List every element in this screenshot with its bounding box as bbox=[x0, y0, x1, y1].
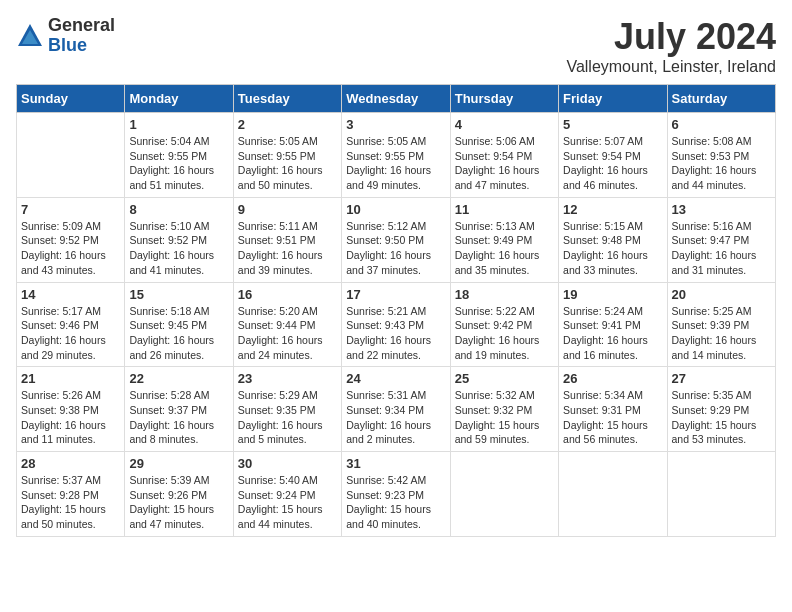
day-info: Sunrise: 5:21 AM Sunset: 9:43 PM Dayligh… bbox=[346, 304, 445, 363]
day-number: 20 bbox=[672, 287, 771, 302]
day-number: 18 bbox=[455, 287, 554, 302]
header: General Blue July 2024 Valleymount, Lein… bbox=[16, 16, 776, 76]
day-info: Sunrise: 5:09 AM Sunset: 9:52 PM Dayligh… bbox=[21, 219, 120, 278]
week-row-1: 7Sunrise: 5:09 AM Sunset: 9:52 PM Daylig… bbox=[17, 197, 776, 282]
calendar-cell: 29Sunrise: 5:39 AM Sunset: 9:26 PM Dayli… bbox=[125, 452, 233, 537]
day-number: 14 bbox=[21, 287, 120, 302]
calendar-cell: 26Sunrise: 5:34 AM Sunset: 9:31 PM Dayli… bbox=[559, 367, 667, 452]
day-number: 28 bbox=[21, 456, 120, 471]
calendar-cell: 11Sunrise: 5:13 AM Sunset: 9:49 PM Dayli… bbox=[450, 197, 558, 282]
calendar-cell: 6Sunrise: 5:08 AM Sunset: 9:53 PM Daylig… bbox=[667, 113, 775, 198]
day-number: 31 bbox=[346, 456, 445, 471]
calendar-cell: 1Sunrise: 5:04 AM Sunset: 9:55 PM Daylig… bbox=[125, 113, 233, 198]
day-number: 5 bbox=[563, 117, 662, 132]
calendar-cell: 30Sunrise: 5:40 AM Sunset: 9:24 PM Dayli… bbox=[233, 452, 341, 537]
day-number: 12 bbox=[563, 202, 662, 217]
calendar-cell: 23Sunrise: 5:29 AM Sunset: 9:35 PM Dayli… bbox=[233, 367, 341, 452]
day-number: 30 bbox=[238, 456, 337, 471]
day-info: Sunrise: 5:13 AM Sunset: 9:49 PM Dayligh… bbox=[455, 219, 554, 278]
day-info: Sunrise: 5:22 AM Sunset: 9:42 PM Dayligh… bbox=[455, 304, 554, 363]
day-number: 17 bbox=[346, 287, 445, 302]
calendar-cell: 20Sunrise: 5:25 AM Sunset: 9:39 PM Dayli… bbox=[667, 282, 775, 367]
day-info: Sunrise: 5:40 AM Sunset: 9:24 PM Dayligh… bbox=[238, 473, 337, 532]
calendar-cell: 31Sunrise: 5:42 AM Sunset: 9:23 PM Dayli… bbox=[342, 452, 450, 537]
calendar-cell: 13Sunrise: 5:16 AM Sunset: 9:47 PM Dayli… bbox=[667, 197, 775, 282]
week-row-0: 1Sunrise: 5:04 AM Sunset: 9:55 PM Daylig… bbox=[17, 113, 776, 198]
calendar-cell: 12Sunrise: 5:15 AM Sunset: 9:48 PM Dayli… bbox=[559, 197, 667, 282]
calendar-cell: 19Sunrise: 5:24 AM Sunset: 9:41 PM Dayli… bbox=[559, 282, 667, 367]
day-number: 2 bbox=[238, 117, 337, 132]
calendar-cell: 28Sunrise: 5:37 AM Sunset: 9:28 PM Dayli… bbox=[17, 452, 125, 537]
day-number: 27 bbox=[672, 371, 771, 386]
day-info: Sunrise: 5:06 AM Sunset: 9:54 PM Dayligh… bbox=[455, 134, 554, 193]
calendar-body: 1Sunrise: 5:04 AM Sunset: 9:55 PM Daylig… bbox=[17, 113, 776, 537]
calendar-cell: 14Sunrise: 5:17 AM Sunset: 9:46 PM Dayli… bbox=[17, 282, 125, 367]
day-info: Sunrise: 5:39 AM Sunset: 9:26 PM Dayligh… bbox=[129, 473, 228, 532]
day-number: 29 bbox=[129, 456, 228, 471]
day-number: 3 bbox=[346, 117, 445, 132]
header-row: SundayMondayTuesdayWednesdayThursdayFrid… bbox=[17, 85, 776, 113]
calendar-cell bbox=[17, 113, 125, 198]
day-number: 6 bbox=[672, 117, 771, 132]
day-info: Sunrise: 5:15 AM Sunset: 9:48 PM Dayligh… bbox=[563, 219, 662, 278]
week-row-3: 21Sunrise: 5:26 AM Sunset: 9:38 PM Dayli… bbox=[17, 367, 776, 452]
logo: General Blue bbox=[16, 16, 115, 56]
day-number: 26 bbox=[563, 371, 662, 386]
calendar-cell: 4Sunrise: 5:06 AM Sunset: 9:54 PM Daylig… bbox=[450, 113, 558, 198]
day-number: 4 bbox=[455, 117, 554, 132]
calendar-cell: 24Sunrise: 5:31 AM Sunset: 9:34 PM Dayli… bbox=[342, 367, 450, 452]
day-info: Sunrise: 5:42 AM Sunset: 9:23 PM Dayligh… bbox=[346, 473, 445, 532]
day-number: 13 bbox=[672, 202, 771, 217]
day-number: 8 bbox=[129, 202, 228, 217]
day-info: Sunrise: 5:17 AM Sunset: 9:46 PM Dayligh… bbox=[21, 304, 120, 363]
header-day-friday: Friday bbox=[559, 85, 667, 113]
calendar-cell: 5Sunrise: 5:07 AM Sunset: 9:54 PM Daylig… bbox=[559, 113, 667, 198]
header-day-wednesday: Wednesday bbox=[342, 85, 450, 113]
day-info: Sunrise: 5:05 AM Sunset: 9:55 PM Dayligh… bbox=[346, 134, 445, 193]
calendar-cell: 27Sunrise: 5:35 AM Sunset: 9:29 PM Dayli… bbox=[667, 367, 775, 452]
logo-general: General bbox=[48, 16, 115, 36]
calendar-cell: 8Sunrise: 5:10 AM Sunset: 9:52 PM Daylig… bbox=[125, 197, 233, 282]
calendar-cell: 17Sunrise: 5:21 AM Sunset: 9:43 PM Dayli… bbox=[342, 282, 450, 367]
week-row-2: 14Sunrise: 5:17 AM Sunset: 9:46 PM Dayli… bbox=[17, 282, 776, 367]
day-number: 16 bbox=[238, 287, 337, 302]
day-info: Sunrise: 5:11 AM Sunset: 9:51 PM Dayligh… bbox=[238, 219, 337, 278]
calendar-cell: 25Sunrise: 5:32 AM Sunset: 9:32 PM Dayli… bbox=[450, 367, 558, 452]
day-number: 9 bbox=[238, 202, 337, 217]
calendar-cell: 9Sunrise: 5:11 AM Sunset: 9:51 PM Daylig… bbox=[233, 197, 341, 282]
day-info: Sunrise: 5:25 AM Sunset: 9:39 PM Dayligh… bbox=[672, 304, 771, 363]
day-info: Sunrise: 5:26 AM Sunset: 9:38 PM Dayligh… bbox=[21, 388, 120, 447]
day-number: 25 bbox=[455, 371, 554, 386]
calendar-cell: 3Sunrise: 5:05 AM Sunset: 9:55 PM Daylig… bbox=[342, 113, 450, 198]
calendar-cell: 7Sunrise: 5:09 AM Sunset: 9:52 PM Daylig… bbox=[17, 197, 125, 282]
day-number: 23 bbox=[238, 371, 337, 386]
calendar-cell: 18Sunrise: 5:22 AM Sunset: 9:42 PM Dayli… bbox=[450, 282, 558, 367]
day-info: Sunrise: 5:32 AM Sunset: 9:32 PM Dayligh… bbox=[455, 388, 554, 447]
calendar-table: SundayMondayTuesdayWednesdayThursdayFrid… bbox=[16, 84, 776, 537]
day-info: Sunrise: 5:24 AM Sunset: 9:41 PM Dayligh… bbox=[563, 304, 662, 363]
day-info: Sunrise: 5:28 AM Sunset: 9:37 PM Dayligh… bbox=[129, 388, 228, 447]
logo-text: General Blue bbox=[48, 16, 115, 56]
day-info: Sunrise: 5:16 AM Sunset: 9:47 PM Dayligh… bbox=[672, 219, 771, 278]
day-number: 19 bbox=[563, 287, 662, 302]
day-number: 11 bbox=[455, 202, 554, 217]
day-number: 1 bbox=[129, 117, 228, 132]
day-number: 21 bbox=[21, 371, 120, 386]
day-info: Sunrise: 5:31 AM Sunset: 9:34 PM Dayligh… bbox=[346, 388, 445, 447]
day-info: Sunrise: 5:20 AM Sunset: 9:44 PM Dayligh… bbox=[238, 304, 337, 363]
day-number: 22 bbox=[129, 371, 228, 386]
day-number: 10 bbox=[346, 202, 445, 217]
week-row-4: 28Sunrise: 5:37 AM Sunset: 9:28 PM Dayli… bbox=[17, 452, 776, 537]
calendar-cell: 22Sunrise: 5:28 AM Sunset: 9:37 PM Dayli… bbox=[125, 367, 233, 452]
day-info: Sunrise: 5:29 AM Sunset: 9:35 PM Dayligh… bbox=[238, 388, 337, 447]
day-info: Sunrise: 5:18 AM Sunset: 9:45 PM Dayligh… bbox=[129, 304, 228, 363]
title-area: July 2024 Valleymount, Leinster, Ireland bbox=[566, 16, 776, 76]
day-info: Sunrise: 5:05 AM Sunset: 9:55 PM Dayligh… bbox=[238, 134, 337, 193]
header-day-thursday: Thursday bbox=[450, 85, 558, 113]
calendar-cell: 16Sunrise: 5:20 AM Sunset: 9:44 PM Dayli… bbox=[233, 282, 341, 367]
day-info: Sunrise: 5:10 AM Sunset: 9:52 PM Dayligh… bbox=[129, 219, 228, 278]
day-number: 24 bbox=[346, 371, 445, 386]
day-info: Sunrise: 5:35 AM Sunset: 9:29 PM Dayligh… bbox=[672, 388, 771, 447]
day-info: Sunrise: 5:12 AM Sunset: 9:50 PM Dayligh… bbox=[346, 219, 445, 278]
header-day-saturday: Saturday bbox=[667, 85, 775, 113]
